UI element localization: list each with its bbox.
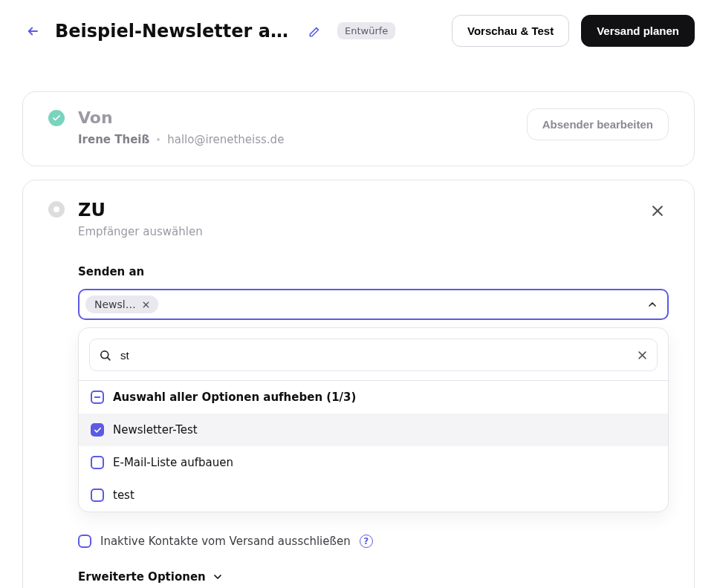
combobox-toggle[interactable] <box>646 298 658 310</box>
check-icon <box>94 426 102 434</box>
chevron-down-icon <box>212 571 224 583</box>
exclude-inactive-label: Inaktive Kontakte vom Versand ausschließ… <box>100 535 351 548</box>
indeterminate-checkbox[interactable] <box>91 391 104 404</box>
check-icon <box>52 114 61 122</box>
option-label: Newsletter-Test <box>113 423 198 437</box>
selected-recipient-chip: Newsl… <box>85 295 158 313</box>
chevron-up-icon <box>646 298 658 310</box>
status-badge: Entwürfe <box>337 22 395 39</box>
sender-name: Irene Theiß <box>78 133 149 146</box>
checkbox-unchecked[interactable] <box>91 489 104 502</box>
option-row[interactable]: E-Mail-Liste aufbauen <box>79 446 668 479</box>
back-button[interactable] <box>22 21 43 42</box>
option-label: E-Mail-Liste aufbauen <box>113 456 233 469</box>
from-section-card: Von Irene Theiß hallo@irenetheiss.de Abs… <box>22 91 695 166</box>
dropdown-search-field[interactable] <box>89 339 658 371</box>
step-pending-bullet <box>48 201 65 218</box>
from-section-title: Von <box>78 108 284 127</box>
top-bar: Beispiel-Newsletter an ei… Entwürfe Vors… <box>22 15 695 47</box>
recipient-combobox[interactable]: Newsl… <box>78 289 669 320</box>
schedule-send-button[interactable]: Versand planen <box>581 15 695 47</box>
chip-remove-button[interactable] <box>140 298 152 310</box>
deselect-all-row[interactable]: Auswahl aller Optionen aufheben (1/3) <box>79 381 668 414</box>
to-section-card: ZU Empfänger auswählen Senden an Newsl… <box>22 180 695 588</box>
close-section-button[interactable] <box>646 200 669 222</box>
edit-sender-button[interactable]: Absender bearbeiten <box>527 108 669 140</box>
send-to-label: Senden an <box>78 265 669 278</box>
page-title: Beispiel-Newsletter an ei… <box>55 21 293 42</box>
checkbox-unchecked[interactable] <box>91 456 104 469</box>
deselect-all-label: Auswahl aller Optionen aufheben (1/3) <box>113 391 356 404</box>
to-section-subtitle: Empfänger auswählen <box>78 225 203 238</box>
svg-line-6 <box>107 357 109 359</box>
exclude-inactive-row: Inaktive Kontakte vom Versand ausschließ… <box>78 535 669 548</box>
close-icon <box>650 203 665 218</box>
back-arrow-icon <box>26 24 39 38</box>
help-tooltip-button[interactable]: ? <box>360 535 373 548</box>
sender-email: hallo@irenetheiss.de <box>167 133 284 146</box>
separator-dot <box>157 138 160 141</box>
to-section-title: ZU <box>78 200 203 220</box>
recipient-dropdown: Auswahl aller Optionen aufheben (1/3) Ne… <box>78 327 669 512</box>
checkbox-checked[interactable] <box>91 423 104 437</box>
preview-test-button[interactable]: Vorschau & Test <box>452 15 569 47</box>
edit-title-button[interactable] <box>305 21 325 42</box>
option-label: test <box>113 489 134 502</box>
step-done-bullet <box>48 110 65 126</box>
close-icon <box>637 350 648 361</box>
advanced-options-label: Erweiterte Optionen <box>78 570 206 584</box>
advanced-options-toggle[interactable]: Erweiterte Optionen <box>78 570 224 584</box>
option-row[interactable]: Newsletter-Test <box>79 414 668 446</box>
dropdown-search-input[interactable] <box>119 348 629 362</box>
search-icon <box>99 349 111 362</box>
from-sender-line: Irene Theiß hallo@irenetheiss.de <box>78 133 284 146</box>
option-row[interactable]: test <box>79 479 668 512</box>
pencil-icon <box>308 24 322 38</box>
clear-search-button[interactable] <box>637 350 648 361</box>
close-icon <box>142 301 150 309</box>
exclude-inactive-checkbox[interactable] <box>78 535 91 548</box>
chip-label: Newsl… <box>94 298 136 310</box>
